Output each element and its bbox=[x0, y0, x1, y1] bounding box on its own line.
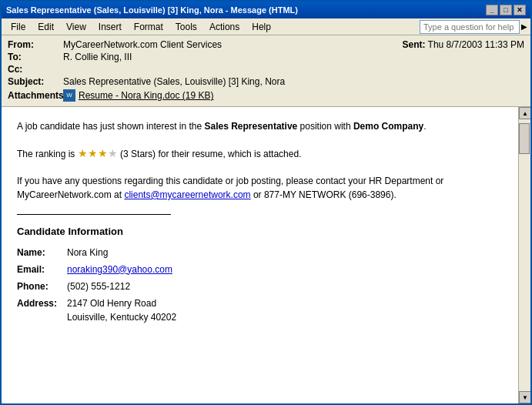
phone-label: Phone: bbox=[17, 279, 67, 293]
star-3: ★ bbox=[98, 147, 108, 159]
close-button[interactable]: ✕ bbox=[514, 5, 526, 15]
sent-label: Sent: Thu 8/7/2003 11:33 PM bbox=[402, 39, 524, 50]
email-label: Email: bbox=[17, 263, 67, 276]
cc-row: Cc: bbox=[8, 63, 524, 75]
window-title: Sales Representative (Sales, Louisville)… bbox=[6, 5, 298, 15]
address-label: Address: bbox=[17, 296, 67, 324]
name-value: Nora King bbox=[67, 246, 108, 259]
sent-value: Thu 8/7/2003 11:33 PM bbox=[428, 39, 524, 50]
ranking-pre: The ranking is bbox=[17, 149, 78, 159]
menu-view[interactable]: View bbox=[60, 20, 92, 34]
phone-value: (502) 555-1212 bbox=[67, 279, 130, 293]
to-label: To: bbox=[8, 52, 63, 62]
title-bar: Sales Representative (Sales, Louisville)… bbox=[2, 2, 530, 18]
scroll-down-button[interactable]: ▼ bbox=[519, 391, 530, 403]
from-label: From: bbox=[8, 39, 63, 50]
star-1: ★ bbox=[78, 147, 88, 159]
address-line2: Louisville, Kentucky 40202 bbox=[67, 310, 176, 324]
address-row: Address: 2147 Old Henry Road Louisville,… bbox=[17, 296, 503, 324]
content-area: A job candidate has just shown interest … bbox=[2, 107, 530, 403]
scroll-track bbox=[519, 119, 530, 391]
star-4-empty: ★ bbox=[108, 147, 118, 159]
section-divider bbox=[17, 214, 171, 215]
attachments-label: Attachments: bbox=[8, 90, 63, 101]
menu-file[interactable]: File bbox=[5, 20, 32, 34]
scroll-thumb[interactable] bbox=[519, 123, 530, 154]
contact-end: or 877-MY NETWORK (696-3896). bbox=[251, 189, 396, 200]
name-label: Name: bbox=[17, 246, 67, 259]
name-row: Name: Nora King bbox=[17, 246, 503, 259]
email-row: Email: noraking390@yahoo.com bbox=[17, 263, 503, 276]
subject-row: Subject: Sales Representative (Sales, Lo… bbox=[8, 75, 524, 88]
menu-bar: File Edit View Insert Format Tools Actio… bbox=[2, 18, 530, 35]
to-value: R. Collie King, III bbox=[63, 52, 524, 62]
help-search-box: ▶ bbox=[420, 20, 527, 34]
candidate-section: Candidate Information Name: Nora King Em… bbox=[17, 224, 503, 324]
from-value: MyCareerNetwork.com Client Services bbox=[63, 39, 402, 50]
main-window: Sales Representative (Sales, Louisville)… bbox=[0, 0, 532, 405]
cc-value bbox=[63, 64, 524, 75]
attachment-icon: W bbox=[63, 89, 75, 102]
menu-insert[interactable]: Insert bbox=[92, 20, 128, 34]
intro-paragraph: A job candidate has just shown interest … bbox=[17, 119, 503, 133]
minimize-button[interactable]: _ bbox=[486, 5, 498, 15]
title-bar-buttons: _ □ ✕ bbox=[486, 5, 526, 15]
maximize-button[interactable]: □ bbox=[500, 5, 512, 15]
company-bold: Demo Company bbox=[353, 121, 423, 132]
address-line1: 2147 Old Henry Road bbox=[67, 296, 176, 310]
intro-mid: position with bbox=[297, 121, 353, 132]
star-2: ★ bbox=[88, 147, 98, 159]
cc-label: Cc: bbox=[8, 64, 63, 75]
ranking-post: (3 Stars) for their resume, which is att… bbox=[118, 149, 302, 159]
menu-help[interactable]: Help bbox=[246, 20, 277, 34]
contact-paragraph: If you have any questions regarding this… bbox=[17, 174, 503, 202]
help-search-input[interactable] bbox=[420, 20, 520, 34]
email-body: A job candidate has just shown interest … bbox=[2, 107, 518, 403]
sent-label-text: Sent: bbox=[402, 39, 425, 50]
menu-edit[interactable]: Edit bbox=[32, 20, 60, 34]
position-bold: Sales Representative bbox=[205, 121, 298, 132]
intro-end: . bbox=[423, 121, 426, 132]
to-row: To: R. Collie King, III bbox=[8, 51, 524, 63]
help-search-icon: ▶ bbox=[521, 22, 527, 31]
menu-actions[interactable]: Actions bbox=[203, 20, 246, 34]
candidate-section-title: Candidate Information bbox=[17, 224, 503, 239]
scroll-up-button[interactable]: ▲ bbox=[519, 107, 530, 119]
attachment-link[interactable]: Resume - Nora King.doc (19 KB) bbox=[79, 90, 213, 101]
email-link[interactable]: noraking390@yahoo.com bbox=[67, 263, 172, 276]
ranking-paragraph: The ranking is ★★★★ (3 Stars) for their … bbox=[17, 146, 503, 162]
contact-email-link[interactable]: clients@mycareernetwork.com bbox=[124, 189, 250, 200]
from-row: From: MyCareerNetwork.com Client Service… bbox=[8, 38, 524, 51]
subject-value: Sales Representative (Sales, Louisville)… bbox=[63, 76, 524, 87]
email-header: From: MyCareerNetwork.com Client Service… bbox=[2, 35, 530, 107]
subject-label: Subject: bbox=[8, 76, 63, 87]
menu-format[interactable]: Format bbox=[128, 20, 169, 34]
address-block: 2147 Old Henry Road Louisville, Kentucky… bbox=[67, 296, 176, 324]
intro-text: A job candidate has just shown interest … bbox=[17, 121, 205, 132]
phone-row: Phone: (502) 555-1212 bbox=[17, 279, 503, 293]
vertical-scrollbar: ▲ ▼ bbox=[518, 107, 530, 403]
attachments-row: Attachments: W Resume - Nora King.doc (1… bbox=[8, 88, 524, 103]
menu-tools[interactable]: Tools bbox=[169, 20, 203, 34]
